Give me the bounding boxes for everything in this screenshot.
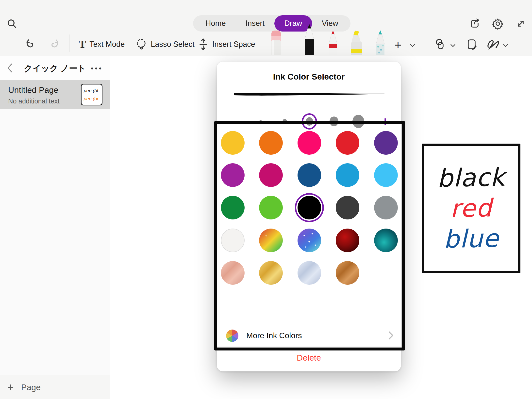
ink-color-swatch-teal-marble[interactable] <box>374 229 398 252</box>
page-list-sidebar: クイック ノート ••• Untitled Page No additional… <box>0 56 110 399</box>
thickness-decrease-button[interactable]: − <box>224 110 239 133</box>
ink-color-swatch-raspberry[interactable] <box>259 163 283 187</box>
ink-color-swatch-purple[interactable] <box>374 131 398 155</box>
shapes-chevron-icon[interactable] <box>450 43 456 48</box>
lasso-select-label: Lasso Select <box>151 40 195 49</box>
thickness-selector: − + <box>217 110 401 133</box>
ink-color-swatch-dark-blue[interactable] <box>298 163 321 187</box>
ink-color-swatch-gray[interactable] <box>374 196 398 219</box>
onenote-app-window: HomeInsertDrawView T Text Mode Lasso Sel… <box>0 0 532 399</box>
text-mode-icon: T <box>79 39 86 50</box>
tab-home[interactable]: Home <box>196 15 236 32</box>
ink-color-swatch-red-marble[interactable] <box>336 229 359 252</box>
thickness-option-1[interactable] <box>252 110 269 133</box>
toolbar-divider <box>69 34 69 52</box>
ink-replay-chevron-icon[interactable] <box>502 43 509 48</box>
tab-insert[interactable]: Insert <box>236 15 275 32</box>
page-thumbnail: pen (blpen (or <box>81 84 102 105</box>
toolbar-divider <box>259 34 259 52</box>
ink-color-swatch-pink[interactable] <box>298 131 321 155</box>
thickness-option-4[interactable] <box>325 110 343 133</box>
stroke-preview <box>233 92 385 97</box>
ink-color-swatch-rainbow-glitter[interactable] <box>259 229 283 252</box>
add-pen-button[interactable]: + <box>395 37 401 53</box>
handwritten-word-red: red <box>450 194 492 223</box>
redo-icon <box>48 38 60 50</box>
page-list-item[interactable]: Untitled Page No additional text pen (bl… <box>0 80 110 109</box>
pen-red-tool[interactable] <box>325 30 341 56</box>
undo-button[interactable] <box>25 37 37 50</box>
redo-button[interactable] <box>47 37 60 50</box>
add-page-button[interactable]: + Page <box>7 375 41 399</box>
chevron-left-icon <box>7 63 13 73</box>
sidebar-footer: + Page <box>0 375 110 399</box>
insert-space-button[interactable]: Insert Space <box>198 36 255 52</box>
eraser-tool[interactable] <box>268 30 284 56</box>
ink-replay-button[interactable] <box>486 37 500 51</box>
back-button[interactable] <box>7 63 13 74</box>
gear-icon <box>492 18 504 30</box>
thickness-increase-button[interactable]: + <box>378 110 393 133</box>
thickness-dot <box>259 120 262 123</box>
toolbar-divider <box>292 34 292 52</box>
ink-color-swatch-gold[interactable] <box>221 131 245 155</box>
page-subtitle: No additional text <box>8 98 60 105</box>
ink-rectangle-annotation-canvas: blackredblue <box>422 144 520 273</box>
ink-color-swatch-green[interactable] <box>221 196 245 219</box>
highlighter-yellow-tool[interactable] <box>349 30 365 56</box>
handwritten-word-black: black <box>437 163 505 193</box>
top-toolbar: HomeInsertDrawView T Text Mode Lasso Sel… <box>0 0 532 56</box>
thickness-dot <box>330 116 338 126</box>
ink-scribble-icon <box>486 38 500 51</box>
thickness-option-2[interactable] <box>276 110 293 133</box>
undo-icon <box>25 38 37 50</box>
thickness-dot <box>352 115 364 128</box>
thickness-option-3-selected[interactable] <box>301 110 318 133</box>
delete-pen-button[interactable]: Delete <box>217 349 401 366</box>
popover-divider <box>217 347 401 347</box>
pencil-teal-tool[interactable] <box>373 30 388 56</box>
ink-color-swatch-blue[interactable] <box>336 163 359 187</box>
thickness-dot <box>283 119 287 124</box>
lasso-select-button[interactable]: Lasso Select <box>135 36 195 52</box>
ink-color-swatch-rose-gold[interactable] <box>221 261 245 285</box>
ribbon-tab-strip: HomeInsertDrawView <box>193 15 350 32</box>
fullscreen-button[interactable] <box>514 17 527 30</box>
ink-color-swatch-silver[interactable] <box>298 261 321 285</box>
search-icon <box>7 18 17 29</box>
page-title: Untitled Page <box>8 85 58 95</box>
ink-color-swatch-light-blue[interactable] <box>374 163 398 187</box>
sidebar-header: クイック ノート ••• <box>0 56 110 80</box>
handwritten-word-blue: blue <box>443 224 499 254</box>
ink-to-shape-button[interactable] <box>433 37 447 51</box>
ink-notes-button[interactable] <box>465 37 479 51</box>
ink-color-swatch-black-selected[interactable] <box>298 196 321 219</box>
ink-color-popover: Ink Color Selector − + More Ink Colors D… <box>217 62 401 371</box>
ink-color-swatch-orange[interactable] <box>259 131 283 155</box>
more-ink-colors-button[interactable]: More Ink Colors <box>217 324 401 347</box>
ink-color-swatch-dark-gray[interactable] <box>336 196 359 219</box>
thumbnail-ink-text: pen (bl <box>84 86 102 95</box>
selected-thickness-ring <box>302 113 317 130</box>
ink-color-swatch-magenta[interactable] <box>221 163 245 187</box>
sidebar-more-button[interactable]: ••• <box>91 64 103 73</box>
share-icon <box>469 18 481 29</box>
notebook-title: クイック ノート <box>24 63 86 74</box>
search-button[interactable] <box>6 18 18 30</box>
popover-title: Ink Color Selector <box>217 72 401 82</box>
chevron-right-icon <box>388 331 394 340</box>
ink-color-swatch-bronze[interactable] <box>336 261 359 285</box>
settings-button[interactable] <box>491 17 504 30</box>
ink-color-swatch-galaxy[interactable] <box>298 229 321 252</box>
ink-color-swatch-gold-shimmer[interactable] <box>259 261 283 285</box>
ink-color-swatch-light-green[interactable] <box>259 196 283 219</box>
toolbar-divider <box>425 34 425 52</box>
thickness-option-5[interactable] <box>350 110 367 133</box>
ink-color-swatch-red[interactable] <box>336 131 359 155</box>
text-mode-button[interactable]: T Text Mode <box>79 36 125 52</box>
add-pen-chevron-icon[interactable] <box>409 43 416 48</box>
share-button[interactable] <box>468 17 481 30</box>
note-pen-icon <box>466 38 478 51</box>
ink-color-swatch-white[interactable] <box>221 229 245 252</box>
pen-black-tool-selected[interactable] <box>301 24 317 56</box>
